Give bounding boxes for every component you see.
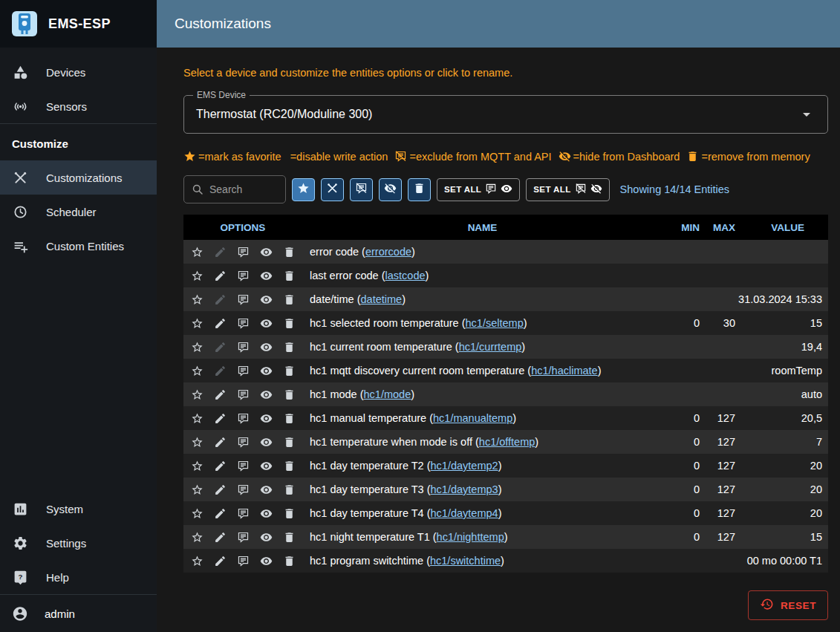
edit-icon[interactable]	[209, 436, 232, 449]
sidebar-item-system[interactable]: System	[0, 492, 157, 526]
delete-icon[interactable]	[278, 246, 301, 258]
sidebar-item-settings[interactable]: Settings	[0, 526, 157, 560]
favorite-icon[interactable]	[186, 507, 209, 520]
mqtt-exclude-icon[interactable]	[232, 531, 255, 544]
entity-shortname-link[interactable]: hc1/manualtemp	[433, 412, 512, 424]
edit-icon[interactable]	[209, 460, 232, 472]
entity-shortname-link[interactable]: datetime	[361, 293, 403, 305]
favorite-icon[interactable]	[186, 293, 209, 306]
favorite-icon[interactable]	[186, 483, 209, 496]
entity-name[interactable]: date/time (datetime)	[302, 293, 662, 305]
delete-icon[interactable]	[278, 507, 301, 520]
filter-disable-write-button[interactable]	[321, 178, 344, 201]
favorite-icon[interactable]	[186, 460, 209, 472]
edit-icon[interactable]	[209, 483, 232, 496]
favorite-icon[interactable]	[186, 388, 209, 401]
edit-icon[interactable]	[209, 317, 232, 330]
edit-icon[interactable]	[209, 412, 232, 425]
visibility-icon[interactable]	[255, 388, 278, 401]
sidebar-item-customizations[interactable]: Customizations	[0, 160, 157, 195]
delete-icon[interactable]	[278, 531, 301, 544]
visibility-icon[interactable]	[255, 436, 278, 449]
entity-name[interactable]: hc1 current room temperature (hc1/currte…	[302, 341, 662, 353]
search-input[interactable]	[209, 183, 278, 195]
favorite-icon[interactable]	[186, 531, 209, 544]
entity-shortname-link[interactable]: hc1/offtemp	[479, 436, 535, 448]
edit-icon[interactable]	[209, 246, 232, 258]
entity-shortname-link[interactable]: hc1/seltemp	[466, 317, 524, 329]
mqtt-exclude-icon[interactable]	[232, 246, 255, 258]
visibility-icon[interactable]	[255, 270, 278, 282]
sidebar-item-custom-entities[interactable]: Custom Entities	[0, 229, 157, 263]
entity-name[interactable]: hc1 program switchtime (hc1/switchtime)	[302, 555, 662, 567]
entity-shortname-link[interactable]: hc1/mode	[364, 388, 411, 400]
user-menu[interactable]: admin	[0, 595, 157, 632]
visibility-icon[interactable]	[255, 412, 278, 425]
edit-icon[interactable]	[209, 388, 232, 401]
entity-shortname-link[interactable]: hc1/haclimate	[531, 365, 597, 377]
mqtt-exclude-icon[interactable]	[232, 365, 255, 377]
ems-device-select[interactable]: EMS Device Thermostat (RC20/Moduline 300…	[183, 95, 828, 134]
entity-shortname-link[interactable]: hc1/nighttemp	[437, 531, 504, 543]
entity-name[interactable]: hc1 mqtt discovery current room temperat…	[302, 365, 662, 377]
visibility-icon[interactable]	[255, 507, 278, 520]
mqtt-exclude-icon[interactable]	[232, 460, 255, 472]
entity-name[interactable]: error code (errorcode)	[302, 246, 662, 258]
delete-icon[interactable]	[278, 317, 301, 330]
favorite-icon[interactable]	[186, 270, 209, 282]
delete-icon[interactable]	[278, 483, 301, 496]
entity-name[interactable]: hc1 mode (hc1/mode)	[302, 388, 662, 400]
visibility-icon[interactable]	[255, 555, 278, 567]
entity-name[interactable]: hc1 night temperature T1 (hc1/nighttemp)	[302, 531, 662, 543]
mqtt-exclude-icon[interactable]	[232, 436, 255, 449]
visibility-icon[interactable]	[255, 341, 278, 354]
favorite-icon[interactable]	[186, 555, 209, 567]
set-all-enable-button[interactable]: SET ALL	[437, 178, 520, 201]
mqtt-exclude-icon[interactable]	[232, 507, 255, 520]
edit-icon[interactable]	[209, 555, 232, 567]
filter-hide-dashboard-button[interactable]	[379, 178, 402, 201]
visibility-icon[interactable]	[255, 317, 278, 330]
entity-name[interactable]: hc1 day temperature T2 (hc1/daytemp2)	[302, 460, 662, 472]
delete-icon[interactable]	[278, 436, 301, 449]
delete-icon[interactable]	[278, 293, 301, 306]
entity-shortname-link[interactable]: hc1/switchtime	[430, 555, 501, 567]
sidebar-item-sensors[interactable]: Sensors	[0, 89, 157, 123]
edit-icon[interactable]	[209, 531, 232, 544]
mqtt-exclude-icon[interactable]	[232, 412, 255, 425]
set-all-disable-button[interactable]: SET ALL	[526, 178, 609, 201]
edit-icon[interactable]	[209, 365, 232, 377]
edit-icon[interactable]	[209, 293, 232, 306]
delete-icon[interactable]	[278, 365, 301, 377]
mqtt-exclude-icon[interactable]	[232, 483, 255, 496]
entity-shortname-link[interactable]: errorcode	[365, 246, 411, 258]
entity-shortname-link[interactable]: hc1/currtemp	[459, 341, 522, 353]
sidebar-item-scheduler[interactable]: Scheduler	[0, 195, 157, 229]
visibility-icon[interactable]	[255, 531, 278, 544]
visibility-icon[interactable]	[255, 483, 278, 496]
edit-icon[interactable]	[209, 270, 232, 282]
filter-remove-memory-button[interactable]	[408, 178, 431, 201]
delete-icon[interactable]	[278, 341, 301, 354]
visibility-icon[interactable]	[255, 460, 278, 472]
edit-icon[interactable]	[209, 507, 232, 520]
edit-icon[interactable]	[209, 341, 232, 354]
filter-favorite-button[interactable]	[292, 178, 315, 201]
delete-icon[interactable]	[278, 412, 301, 425]
delete-icon[interactable]	[278, 555, 301, 567]
entity-name[interactable]: hc1 day temperature T4 (hc1/daytemp4)	[302, 507, 662, 519]
visibility-icon[interactable]	[255, 246, 278, 258]
visibility-icon[interactable]	[255, 365, 278, 377]
favorite-icon[interactable]	[186, 436, 209, 449]
mqtt-exclude-icon[interactable]	[232, 555, 255, 567]
reset-button[interactable]: RESET	[748, 590, 828, 620]
entity-shortname-link[interactable]: lastcode	[385, 270, 426, 281]
favorite-icon[interactable]	[186, 246, 209, 258]
mqtt-exclude-icon[interactable]	[232, 388, 255, 401]
entity-name[interactable]: hc1 day temperature T3 (hc1/daytemp3)	[302, 483, 662, 495]
delete-icon[interactable]	[278, 388, 301, 401]
sidebar-item-help[interactable]: ? Help	[0, 560, 157, 594]
mqtt-exclude-icon[interactable]	[232, 270, 255, 282]
entity-name[interactable]: last error code (lastcode)	[302, 270, 662, 281]
delete-icon[interactable]	[278, 460, 301, 472]
